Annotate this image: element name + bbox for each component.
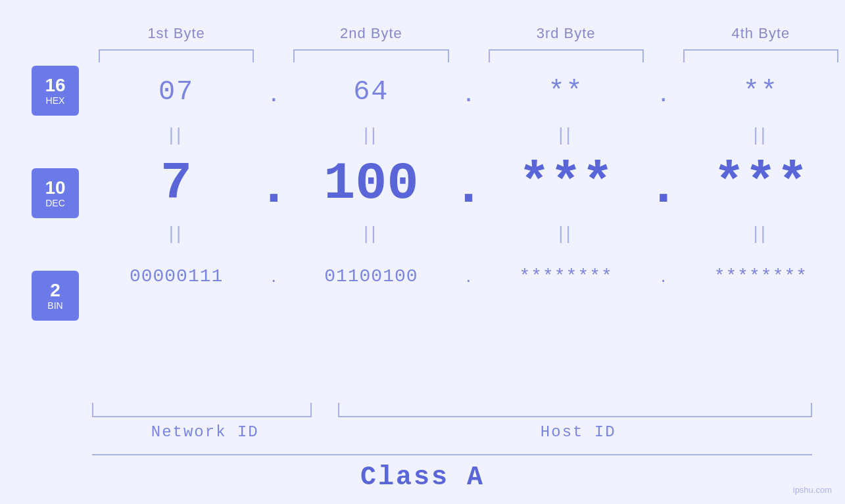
dec-badge-num: 10 xyxy=(45,178,65,198)
byte-headers-row: 1st Byte 2nd Byte 3rd Byte 4th Byte xyxy=(0,25,845,42)
hex-row: 07 . 64 . ** . ** xyxy=(92,62,845,122)
dot-hex-3: . xyxy=(650,76,677,108)
bin-row: 00000111 . 01100100 . ******** . *******… xyxy=(92,246,845,306)
bin-badge-label: BIN xyxy=(47,300,62,311)
dec-row: 7 . 100 . *** . *** xyxy=(92,148,845,220)
byte3-header: 3rd Byte xyxy=(482,25,650,42)
main-container: 1st Byte 2nd Byte 3rd Byte 4th Byte 16 H… xyxy=(0,0,845,504)
hex-badge: 16 HEX xyxy=(32,66,79,116)
dec-b3: *** xyxy=(482,158,650,210)
byte4-header: 4th Byte xyxy=(677,25,845,42)
dot-hex-1: . xyxy=(260,76,287,108)
dot-bin-2: . xyxy=(456,265,482,286)
bin-b2: 01100100 xyxy=(287,266,455,286)
dec-b2: 100 xyxy=(287,158,455,210)
hex-b4: ** xyxy=(677,76,845,108)
dec-badge: 10 DEC xyxy=(32,168,79,218)
dot-hex-2: . xyxy=(456,76,482,108)
hex-b1: 07 xyxy=(92,76,260,108)
equals-row-1: || || || || xyxy=(92,122,845,148)
class-bracket-line xyxy=(92,454,812,455)
equals-row-2: || || || || xyxy=(92,220,845,246)
bin-badge-num: 2 xyxy=(50,281,60,301)
hex-badge-label: HEX xyxy=(46,95,65,106)
network-bracket xyxy=(92,403,312,417)
watermark: ipshu.com xyxy=(793,485,832,495)
badges-column: 16 HEX 10 DEC 2 BIN xyxy=(32,66,79,373)
bin-b1: 00000111 xyxy=(92,266,260,286)
top-bracket-3 xyxy=(489,49,644,62)
class-label: Class A xyxy=(0,463,845,492)
dec-badge-label: DEC xyxy=(45,198,65,208)
network-id-label: Network ID xyxy=(92,423,318,441)
host-id-label: Host ID xyxy=(345,423,813,441)
top-bracket-1 xyxy=(99,49,254,62)
hex-b3: ** xyxy=(482,76,650,108)
dec-b4: *** xyxy=(677,158,845,210)
rows-container: 07 . 64 . ** . ** || || || || 7 . 100 . … xyxy=(92,62,845,306)
top-bracket-2 xyxy=(293,49,448,62)
dot-bin-1: . xyxy=(260,265,287,286)
dot-dec-1: . xyxy=(260,158,287,210)
bin-badge: 2 BIN xyxy=(32,271,79,321)
hex-badge-num: 16 xyxy=(45,76,65,96)
id-labels-row: Network ID Host ID xyxy=(92,423,845,441)
dot-dec-3: . xyxy=(650,158,677,210)
dec-b1: 7 xyxy=(92,158,260,210)
bin-b4: ******** xyxy=(677,266,845,286)
hex-b2: 64 xyxy=(287,76,455,108)
top-bracket-4 xyxy=(683,49,838,62)
dot-bin-3: . xyxy=(650,265,677,286)
bottom-brackets xyxy=(92,403,845,417)
byte2-header: 2nd Byte xyxy=(287,25,455,42)
top-brackets xyxy=(92,49,845,62)
dot-dec-2: . xyxy=(456,158,482,210)
host-bracket xyxy=(338,403,813,417)
bin-b3: ******** xyxy=(482,266,650,286)
byte1-header: 1st Byte xyxy=(92,25,260,42)
